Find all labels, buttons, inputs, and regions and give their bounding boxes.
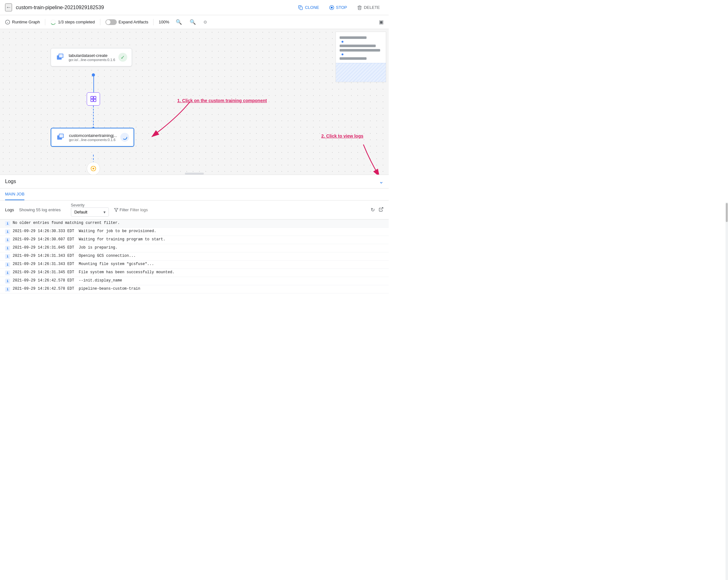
log-text-4: 2021-09-29 14:26:31.343 EDT Opening GCS … [12, 254, 384, 258]
node-icon-2 [56, 132, 66, 142]
zoom-out-button[interactable]: 🔍 [188, 18, 197, 26]
node-status-1: ✓ [119, 53, 127, 62]
log-count: Showing 55 log entries [19, 208, 61, 212]
node-name-2: customcontainertrainingj... [69, 133, 117, 138]
node-sub-2: gcr.io/...line-components:0.1.6 [69, 138, 117, 142]
node-customcontainer[interactable]: customcontainertrainingj... gcr.io/...li… [51, 128, 134, 147]
toolbar-divider-2 [100, 19, 100, 25]
log-icon-5: i [5, 262, 10, 267]
log-icon-info-plain: i [5, 221, 10, 226]
annotation-1: 1. Click on the custom training componen… [177, 98, 267, 103]
node-name-1: tabulardataset-create [69, 53, 115, 58]
severity-select[interactable]: Default [71, 208, 109, 217]
artifact-node[interactable] [87, 92, 100, 106]
logs-header: Logs ⌄ [0, 175, 389, 189]
progress-icon [50, 19, 56, 25]
svg-rect-17 [59, 134, 63, 138]
svg-rect-14 [94, 99, 96, 102]
logs-label: Logs [5, 208, 14, 212]
expand-artifacts-toggle[interactable] [105, 19, 117, 25]
logs-toolbar: Logs Showing 55 log entries Severity Def… [0, 200, 389, 219]
node-tabulardataset-create[interactable]: tabulardataset-create gcr.io/...line-com… [51, 48, 132, 66]
svg-marker-23 [114, 208, 118, 212]
log-entry-1: i 2021-09-29 14:26:30.333 EDT Waiting fo… [0, 228, 389, 236]
minimap-dot-2 [341, 53, 343, 55]
header: ← custom-train-pipeline-20210929182539 C… [0, 0, 389, 15]
stop-button[interactable]: STOP [326, 3, 351, 12]
logs-title: Logs [5, 179, 379, 184]
log-icon-1: i [5, 229, 10, 234]
annotation-2: 2. Click to view logs [321, 134, 363, 139]
filter-button[interactable]: Filter [114, 208, 168, 212]
minimap-viewport [336, 63, 386, 82]
arrow-2 [344, 141, 382, 174]
external-link-button[interactable] [379, 207, 384, 213]
back-button[interactable]: ← [5, 3, 12, 11]
svg-rect-0 [300, 7, 303, 9]
refresh-button[interactable]: ↻ [371, 207, 375, 213]
zoom-reset-button[interactable]: ⊙ [202, 19, 208, 25]
arrow-1 [127, 99, 203, 140]
delete-icon [357, 5, 362, 10]
minimap-bar-2 [340, 45, 376, 47]
svg-point-7 [51, 20, 56, 24]
log-text-5: 2021-09-29 14:26:31.343 EDT Mounting fil… [12, 262, 384, 266]
runtime-graph-item: Runtime Graph [5, 20, 40, 25]
log-entry-2: i 2021-09-29 14:26:30.607 EDT Waiting fo… [0, 236, 389, 244]
severity-select-wrapper: Default ▼ [71, 208, 109, 217]
log-icon-2: i [5, 238, 10, 243]
svg-rect-13 [91, 99, 93, 102]
node-info-1: tabulardataset-create gcr.io/...line-com… [69, 53, 115, 62]
log-icon-8: i [5, 287, 10, 292]
svg-rect-2 [331, 7, 333, 8]
log-text-8: 2021-09-29 14:26:42.578 EDT pipeline-bea… [12, 286, 384, 291]
pipeline-canvas: tabulardataset-create gcr.io/...line-com… [0, 29, 389, 174]
minimap-dot-1 [341, 41, 343, 43]
pipeline-title: custom-train-pipeline-20210929182539 [16, 5, 294, 10]
filter-input[interactable] [130, 208, 168, 212]
minimap-bar-1 [340, 36, 366, 39]
log-icon-7: i [5, 279, 10, 284]
log-entry-4: i 2021-09-29 14:26:31.343 EDT Opening GC… [0, 252, 389, 260]
minimap [336, 32, 386, 82]
expand-logs-button[interactable]: ⌄ [379, 178, 384, 185]
stop-icon [329, 5, 334, 10]
connector-line-1 [94, 74, 94, 93]
log-text-7: 2021-09-29 14:26:42.578 EDT --init.displ… [12, 278, 384, 283]
log-entry-7: i 2021-09-29 14:26:42.578 EDT --init.dis… [0, 277, 389, 285]
tab-main-job[interactable]: MAIN JOB [5, 189, 24, 200]
minimap-bar-4 [340, 57, 366, 60]
steps-completed-item: 1/3 steps completed [50, 19, 95, 25]
node-info-2: customcontainertrainingj... gcr.io/...li… [69, 133, 117, 142]
node-icon-1 [55, 52, 66, 62]
svg-rect-10 [59, 54, 63, 58]
connector-line-dashed [93, 106, 94, 129]
header-actions: CLONE STOP DELETE [294, 3, 384, 12]
partial-node [87, 162, 100, 174]
svg-rect-11 [91, 96, 93, 99]
delete-button[interactable]: DELETE [353, 3, 384, 12]
connector-dot-1 [92, 73, 95, 77]
filter-icon [114, 208, 119, 212]
svg-point-18 [123, 135, 127, 139]
resize-handle[interactable] [185, 173, 204, 174]
minimap-toggle[interactable]: ▣ [379, 19, 384, 25]
toolbar-divider-1 [45, 19, 45, 25]
log-entry-5: i 2021-09-29 14:26:31.343 EDT Mounting f… [0, 260, 389, 269]
log-icon-4: i [5, 254, 10, 259]
node-status-2 [120, 133, 129, 142]
logs-actions: ↻ [371, 207, 384, 213]
log-text-6: 2021-09-29 14:26:31.345 EDT File system … [12, 270, 384, 275]
zoom-level: 100% [159, 20, 169, 24]
svg-line-24 [381, 208, 383, 210]
toggle-thumb [106, 20, 110, 24]
toolbar: Runtime Graph 1/3 steps completed Expand… [0, 15, 389, 29]
logs-section: Logs ⌄ MAIN JOB Logs Showing 55 log entr… [0, 174, 389, 294]
log-text-no-older: No older entries found matching current … [12, 221, 384, 225]
svg-rect-20 [93, 168, 94, 169]
clone-button[interactable]: CLONE [294, 3, 323, 12]
zoom-in-button[interactable]: 🔍 [175, 18, 183, 26]
svg-rect-12 [94, 96, 96, 99]
info-icon [5, 20, 10, 25]
toolbar-divider-3 [153, 19, 154, 25]
